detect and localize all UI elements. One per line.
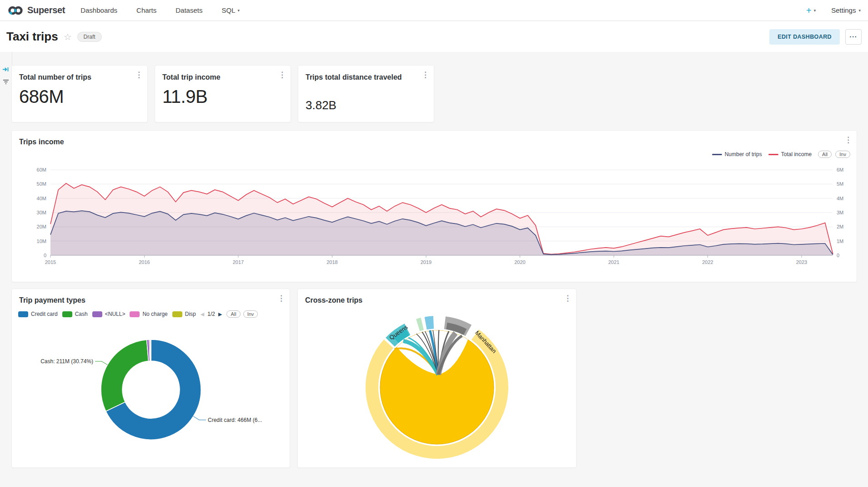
pager-text: 1/2: [207, 311, 215, 317]
page-title: Taxi trips: [6, 30, 58, 44]
nav-item-charts[interactable]: Charts: [136, 6, 156, 14]
kebab-menu-icon[interactable]: ⋮: [564, 294, 572, 302]
trips-income-legend: Number of trips Total income All Inv: [712, 151, 850, 158]
trip-payment-types-panel: Trip payment types ⋮ Credit card Cash <N…: [11, 289, 290, 468]
legend-all-button[interactable]: All: [818, 151, 832, 158]
legend-pager: ◀ 1/2 ▶: [201, 311, 222, 317]
svg-text:0: 0: [44, 253, 46, 258]
kpi-title: Trips total distance traveled: [306, 73, 402, 82]
nav-item-dashboards[interactable]: Dashboards: [80, 6, 117, 14]
navbar-right: + ▾ Settings ▾: [806, 6, 861, 15]
superset-infinity-icon: [7, 4, 24, 17]
new-item-button[interactable]: + ▾: [806, 6, 816, 15]
filter-bar-collapsed: [0, 52, 12, 103]
legend-swatch: [62, 311, 72, 317]
chart-title: Trips income: [19, 138, 64, 146]
legend-item-no-charge[interactable]: No charge: [130, 311, 167, 317]
kpi-card-total-distance: Trips total distance traveled ⋮ 3.82B: [298, 65, 434, 122]
svg-text:2023: 2023: [796, 259, 807, 265]
legend-item-dispute[interactable]: Disp: [172, 311, 196, 317]
legend-swatch: [172, 311, 182, 317]
svg-text:2016: 2016: [139, 259, 150, 265]
settings-menu[interactable]: Settings ▾: [831, 6, 861, 14]
svg-text:40M: 40M: [37, 196, 46, 201]
svg-text:Cash: 211M (30.74%): Cash: 211M (30.74%): [40, 358, 93, 365]
legend-item-null[interactable]: <NULL>: [92, 311, 125, 317]
legend-swatch: [712, 154, 722, 155]
svg-text:2019: 2019: [421, 259, 431, 265]
pager-next-icon[interactable]: ▶: [218, 311, 222, 317]
svg-text:2022: 2022: [702, 259, 713, 265]
plus-icon: +: [806, 6, 812, 15]
kebab-menu-icon[interactable]: ⋮: [421, 71, 429, 79]
svg-text:0: 0: [837, 253, 839, 258]
svg-text:50M: 50M: [37, 181, 46, 187]
nav-item-sql[interactable]: SQL▾: [221, 6, 240, 14]
svg-text:2020: 2020: [514, 259, 525, 265]
svg-text:2021: 2021: [608, 259, 619, 265]
trips-income-chart[interactable]: 60M6M50M5M40M4M30M3M20M2M10M1M0020152016…: [12, 158, 858, 276]
svg-text:Credit card: 466M (6...: Credit card: 466M (6...: [208, 417, 262, 423]
svg-text:5M: 5M: [837, 181, 843, 187]
legend-item-credit-card[interactable]: Credit card: [18, 311, 58, 317]
chevron-down-icon: ▾: [858, 8, 861, 13]
legend-inv-button[interactable]: Inv: [835, 151, 850, 158]
payment-legend: Credit card Cash <NULL> No charge Disp ◀…: [18, 310, 258, 318]
kebab-menu-icon[interactable]: ⋮: [844, 136, 852, 144]
svg-text:60M: 60M: [37, 167, 46, 172]
brand-name: Superset: [27, 5, 65, 15]
kpi-card-total-trips: Total number of trips ⋮ 686M: [11, 65, 148, 122]
kpi-card-trip-income: Total trip income ⋮ 11.9B: [155, 65, 291, 122]
kpi-value: 686M: [19, 86, 64, 107]
svg-text:30M: 30M: [37, 210, 46, 215]
svg-text:4M: 4M: [837, 196, 843, 201]
svg-text:6M: 6M: [837, 167, 843, 172]
cross-zone-trips-panel: Cross-zone trips ⋮ QueensManhattan: [297, 289, 577, 468]
trip-payment-types-chart[interactable]: Cash: 211M (30.74%)Credit card: 466M (6.…: [12, 325, 291, 467]
legend-swatch: [18, 311, 28, 317]
svg-text:2017: 2017: [233, 259, 244, 265]
svg-text:10M: 10M: [37, 238, 46, 244]
edit-dashboard-button[interactable]: EDIT DASHBOARD: [769, 29, 840, 45]
main-nav: Dashboards Charts Datasets SQL▾: [80, 6, 240, 14]
top-navbar: Superset Dashboards Charts Datasets SQL▾…: [0, 0, 868, 21]
chart-title: Cross-zone trips: [305, 296, 362, 304]
favorite-star-icon[interactable]: ☆: [64, 31, 72, 42]
legend-item-total-income[interactable]: Total income: [768, 151, 812, 157]
kebab-menu-icon[interactable]: ⋮: [278, 71, 286, 79]
pager-prev-icon[interactable]: ◀: [201, 311, 204, 317]
svg-text:2015: 2015: [45, 259, 56, 265]
svg-text:2018: 2018: [326, 259, 337, 265]
legend-swatch: [768, 154, 778, 155]
legend-inv-button[interactable]: Inv: [243, 310, 258, 318]
superset-logo[interactable]: Superset: [7, 4, 65, 17]
chart-title: Trip payment types: [19, 296, 85, 304]
kpi-title: Total trip income: [162, 73, 221, 82]
kpi-value: 11.9B: [162, 86, 207, 107]
filter-icon[interactable]: [2, 78, 10, 87]
expand-filter-bar-icon[interactable]: [2, 66, 9, 75]
dashboard-content: Total number of trips ⋮ 686M Total trip …: [0, 52, 868, 487]
more-options-button[interactable]: ···: [845, 29, 862, 45]
legend-swatch: [92, 311, 102, 317]
kebab-menu-icon[interactable]: ⋮: [135, 71, 143, 79]
dashboard-header: Taxi trips ☆ Draft EDIT DASHBOARD ···: [0, 21, 868, 52]
kpi-title: Total number of trips: [19, 73, 91, 82]
svg-text:20M: 20M: [37, 224, 46, 229]
kpi-value: 3.82B: [306, 98, 336, 112]
trips-income-panel: Trips income ⋮ Number of trips Total inc…: [11, 130, 857, 282]
chevron-down-icon: ▾: [814, 8, 816, 13]
legend-item-cash[interactable]: Cash: [62, 311, 88, 317]
status-badge: Draft: [77, 32, 102, 42]
svg-text:2M: 2M: [837, 224, 843, 229]
header-actions: EDIT DASHBOARD ···: [769, 29, 862, 45]
cross-zone-trips-chart[interactable]: QueensManhattan: [298, 307, 577, 468]
chevron-down-icon: ▾: [237, 8, 240, 13]
kebab-menu-icon[interactable]: ⋮: [277, 294, 285, 302]
legend-all-button[interactable]: All: [226, 310, 240, 318]
legend-item-number-of-trips[interactable]: Number of trips: [712, 151, 762, 157]
nav-item-datasets[interactable]: Datasets: [176, 6, 202, 14]
svg-text:1M: 1M: [837, 238, 843, 244]
svg-text:3M: 3M: [837, 210, 843, 215]
legend-swatch: [130, 311, 140, 317]
